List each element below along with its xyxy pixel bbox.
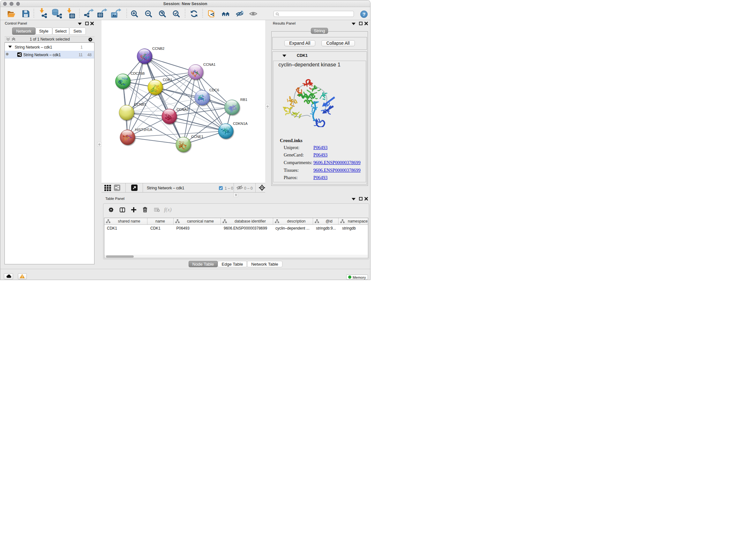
- svg-text:CCNE1: CCNE1: [191, 135, 203, 138]
- svg-text:CCNB2: CCNB2: [152, 47, 164, 51]
- svg-text:CCNA1: CCNA1: [203, 63, 215, 66]
- svg-text:HIST1H1A: HIST1H1A: [135, 128, 152, 132]
- svg-text:CCNA2: CCNA2: [177, 108, 189, 111]
- svg-text:CDK1: CDK1: [163, 78, 172, 82]
- svg-text:RB1: RB1: [240, 98, 247, 102]
- svg-text:CDKN1A: CDKN1A: [233, 122, 248, 125]
- svg-text:CCNB1: CCNB1: [134, 103, 146, 106]
- svg-text:CDC25B: CDC25B: [131, 71, 145, 75]
- svg-text:CDC6: CDC6: [209, 88, 219, 92]
